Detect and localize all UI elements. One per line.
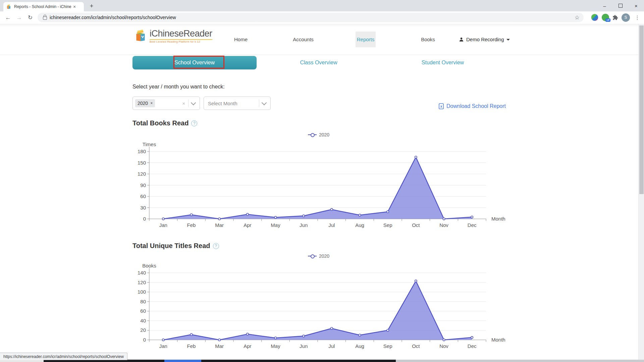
main-nav: HomeAccountsReportsBooks [210, 24, 459, 55]
month-select[interactable]: Select Month [204, 97, 271, 110]
nav-item-label: Books [420, 32, 436, 47]
logo-cube-icon [133, 28, 148, 43]
chart1-legend: 2020 [134, 132, 503, 137]
extensions-puzzle-icon[interactable] [612, 15, 618, 20]
year-select-chevron-icon[interactable] [191, 100, 196, 105]
year-chip-remove-icon[interactable]: × [150, 101, 153, 106]
profile-avatar[interactable]: S [622, 13, 630, 22]
svg-text:x: x [440, 105, 442, 108]
download-manager-extension-icon[interactable] [591, 14, 598, 21]
svg-text:Dec: Dec [468, 222, 477, 228]
total-unique-titles-read-chart: 020406080100120140JanFebMarAprMayJunJulA… [134, 262, 517, 353]
svg-text:0: 0 [143, 337, 146, 343]
tab-title: Reports - School Admin - iChines [14, 4, 71, 9]
page-scrollbar[interactable] [638, 24, 644, 360]
nav-item-accounts[interactable]: Accounts [278, 37, 328, 42]
browser-tab[interactable]: Reports - School Admin - iChines × [3, 2, 84, 11]
svg-text:Times: Times [143, 141, 156, 147]
nav-item-label: Reports [356, 32, 376, 47]
year-select[interactable]: 2020 × × [132, 97, 200, 110]
maximize-icon [619, 4, 623, 8]
legend-marker-icon [308, 254, 317, 258]
svg-text:30: 30 [140, 205, 146, 210]
new-tab-button[interactable]: + [87, 2, 96, 11]
svg-text:Jan: Jan [159, 343, 167, 349]
nav-item-label: Home [233, 32, 249, 47]
svg-text:Nov: Nov [439, 343, 448, 349]
scrollbar-thumb[interactable] [639, 25, 644, 194]
svg-text:Jan: Jan [159, 222, 167, 228]
browser-window: Reports - School Admin - iChines × + – ×… [0, 0, 644, 362]
svg-text:Books: Books [142, 263, 156, 268]
total-books-read-chart: 0306090120150180JanFebMarAprMayJunJulAug… [134, 141, 517, 231]
help-icon[interactable]: ? [213, 243, 219, 249]
month-select-chevron-icon[interactable] [262, 100, 267, 105]
browser-menu-icon[interactable]: ⋮ [633, 14, 641, 21]
address-bar[interactable]: ichinesereader.com/icr/admin/school/repo… [38, 13, 584, 22]
status-bar-url: https://ichinesereader.com/icr/admin/sch… [0, 353, 127, 360]
legend-marker-icon [308, 133, 317, 136]
svg-text:Apr: Apr [244, 343, 251, 349]
browser-tab-bar: Reports - School Admin - iChines × + – × [0, 0, 644, 11]
svg-text:Feb: Feb [187, 343, 196, 349]
filter-label: Select year / month you want to check: [132, 84, 225, 90]
reload-button[interactable]: ↻ [26, 14, 34, 22]
user-icon [459, 37, 464, 42]
site-logo[interactable]: iChineseReader Best Leveled Reading Plat… [133, 28, 212, 43]
svg-text:180: 180 [138, 148, 146, 154]
year-chip: 2020 × [135, 99, 155, 107]
month-select-placeholder: Select Month [208, 101, 237, 106]
svg-text:Month: Month [491, 216, 505, 222]
window-controls: – × [597, 0, 644, 11]
svg-text:Apr: Apr [244, 222, 251, 228]
chart2-title: Total Unique Titles Read ? [132, 242, 219, 250]
nav-item-home[interactable]: Home [216, 37, 266, 42]
svg-text:Mar: Mar [215, 343, 224, 349]
user-menu[interactable]: Demo Recording [459, 24, 510, 55]
user-menu-label: Demo Recording [466, 37, 504, 42]
nav-item-books[interactable]: Books [403, 37, 453, 42]
site-header: iChineseReader Best Leveled Reading Plat… [0, 24, 644, 55]
svg-text:Jul: Jul [328, 222, 335, 228]
download-school-report-link[interactable]: x Download School Report [439, 103, 506, 109]
svg-text:Sep: Sep [383, 343, 392, 349]
svg-text:Jun: Jun [300, 343, 308, 349]
svg-text:140: 140 [138, 270, 146, 276]
svg-text:May: May [271, 343, 280, 349]
tab-close-icon[interactable]: × [73, 4, 76, 9]
legend-item-2020[interactable]: 2020 [308, 132, 329, 137]
tab-class-overview[interactable]: Class Overview [300, 60, 337, 66]
adblock-extension-icon[interactable]: off [602, 14, 609, 21]
svg-text:Month: Month [491, 337, 505, 343]
svg-text:60: 60 [140, 193, 146, 199]
help-icon[interactable]: ? [191, 120, 197, 126]
svg-text:Dec: Dec [468, 343, 477, 349]
svg-text:0: 0 [143, 216, 146, 222]
svg-text:40: 40 [140, 318, 146, 323]
nav-item-reports[interactable]: Reports [340, 37, 391, 42]
tab-school-overview[interactable]: School Overview [132, 56, 257, 69]
bookmark-star-icon[interactable]: ☆ [575, 14, 580, 21]
svg-text:120: 120 [138, 171, 146, 177]
svg-text:Oct: Oct [412, 343, 420, 349]
svg-text:Oct: Oct [412, 222, 420, 228]
favicon-cube-icon [6, 4, 11, 9]
forward-button[interactable]: → [15, 14, 23, 22]
nav-item-label: Accounts [291, 32, 315, 47]
url-text[interactable]: ichinesereader.com/icr/admin/school/repo… [50, 15, 575, 20]
svg-text:May: May [271, 222, 280, 228]
svg-text:Jun: Jun [300, 222, 308, 228]
svg-text:Aug: Aug [355, 343, 364, 349]
lock-icon [43, 16, 47, 20]
minimize-button[interactable]: – [597, 0, 612, 11]
tab-student-overview[interactable]: Student Overview [422, 60, 464, 66]
back-button[interactable]: ← [4, 14, 12, 22]
year-select-clear-icon[interactable]: × [182, 101, 185, 106]
chevron-down-icon [506, 39, 510, 41]
legend-item-2020[interactable]: 2020 [308, 253, 329, 259]
maximize-button[interactable] [612, 0, 628, 11]
svg-text:90: 90 [140, 182, 146, 188]
close-window-button[interactable]: × [628, 0, 644, 11]
svg-text:Feb: Feb [187, 222, 196, 228]
svg-text:120: 120 [138, 280, 146, 285]
